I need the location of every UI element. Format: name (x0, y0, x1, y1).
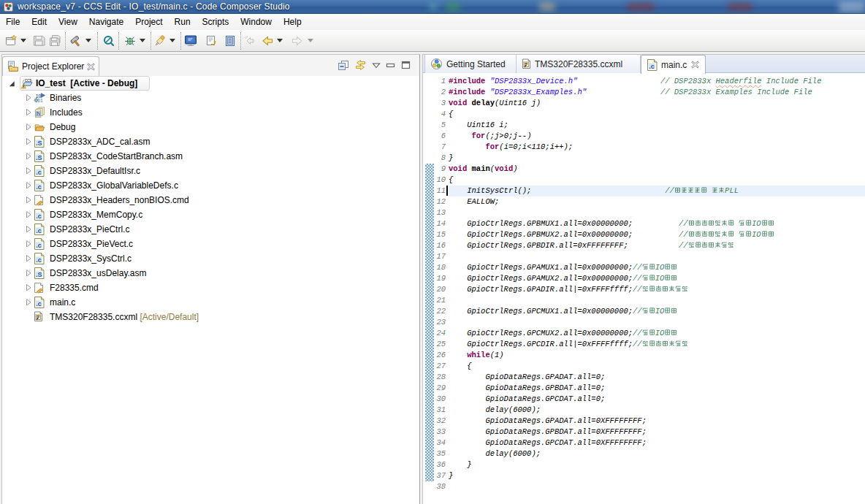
code-line-6[interactable]: 6 for(;j>0;j--) (423, 131, 865, 142)
editor-tab-getting-started[interactable]: Getting Started (424, 55, 517, 73)
collapsed-arrow-icon[interactable] (24, 269, 33, 278)
code-line-3[interactable]: 3void delay(Uint16 j) (423, 98, 865, 109)
code-line-19[interactable]: 19 GpioCtrlRegs.GPAMUX2.all=0x00000000;/… (423, 273, 865, 284)
debug-bug-dropdown[interactable] (140, 39, 145, 42)
code-line-4[interactable]: 4{ (423, 109, 865, 120)
tree-item-dsp2833x-sysctrl-c[interactable]: .cDSP2833x_SysCtrl.c (2, 251, 419, 266)
code-line-29[interactable]: 29 GpioDataRegs.GPBDAT.all=0; (423, 383, 865, 394)
new-file-button[interactable] (3, 33, 19, 49)
debug-bug-button[interactable] (122, 33, 138, 49)
build-hammer-button[interactable] (68, 33, 84, 49)
code-line-28[interactable]: 28 GpioDataRegs.GPADAT.all=0; (423, 372, 865, 383)
code-line-13[interactable]: 13 (423, 207, 865, 218)
expanded-arrow-icon[interactable] (7, 79, 16, 88)
tree-item-dsp2833x-pievect-c[interactable]: .cDSP2833x_PieVect.c (2, 237, 419, 251)
code-line-9[interactable]: 9void main(void) (423, 164, 865, 175)
code-line-15[interactable]: 15 GpioCtrlRegs.GPBMUX2.all=0x00000000; … (423, 229, 865, 240)
menu-edit[interactable]: Edit (26, 15, 53, 29)
code-line-12[interactable]: 12 EALLOW; (423, 196, 865, 207)
close-icon[interactable] (691, 61, 699, 69)
tab-project-explorer[interactable]: Project Explorer (2, 56, 99, 76)
collapsed-arrow-icon[interactable] (24, 283, 33, 292)
collapsed-arrow-icon[interactable] (24, 240, 33, 248)
code-line-5[interactable]: 5 Uint16 i; (423, 120, 865, 131)
console-button[interactable] (183, 33, 199, 49)
menu-file[interactable]: File (0, 15, 26, 29)
tree-item-dsp2833x-piectrl-c[interactable]: .cDSP2833x_PieCtrl.c (2, 222, 419, 237)
link-with-editor-button[interactable] (354, 59, 367, 71)
tree-item-main-c[interactable]: .cmain.c (2, 295, 419, 310)
code-line-34[interactable]: 34 GpioDataRegs.GPCDAT.all=0XFFFFFFFF; (423, 438, 865, 448)
code-line-20[interactable]: 20 GpioCtrlRegs.GPADIR.all|=0xFFFFffff;/… (423, 284, 865, 295)
code-line-33[interactable]: 33 GpioDataRegs.GPBDAT.all=0XFFFFFFFF; (423, 427, 865, 438)
forward-arrow-button[interactable] (289, 33, 306, 49)
tree-item-tms320f28335-ccxml[interactable]: TMS320F28335.ccxml [Active/Default] (2, 310, 419, 324)
code-line-10[interactable]: 10{ (423, 175, 865, 186)
back-arrow-dropdown[interactable] (277, 39, 283, 42)
collapsed-arrow-icon[interactable] (24, 152, 33, 161)
menu-scripts[interactable]: Scripts (197, 15, 235, 29)
menu-project[interactable]: Project (129, 15, 168, 29)
collapsed-arrow-icon[interactable] (24, 254, 33, 263)
code-line-11[interactable]: 11 InitSysCtrl(); // PLL (423, 186, 865, 196)
collapse-all-button[interactable] (338, 59, 349, 71)
code-line-27[interactable]: 27 { (423, 361, 865, 372)
menu-navigate[interactable]: Navigate (83, 15, 129, 29)
tree-item-dsp2833x-headers-nonbios-cmd[interactable]: DSP2833x_Headers_nonBIOS.cmd (2, 193, 419, 207)
save-button[interactable] (31, 33, 47, 49)
last-edit-location-button[interactable] (242, 33, 258, 49)
code-line-21[interactable]: 21 (423, 295, 865, 306)
code-line-18[interactable]: 18 GpioCtrlRegs.GPAMUX1.all=0x00000000;/… (423, 262, 865, 273)
code-line-30[interactable]: 30 GpioDataRegs.GPCDAT.all=0; (423, 394, 865, 405)
code-line-25[interactable]: 25 GpioCtrlRegs.GPCDIR.all|=0xFFFFffff;/… (423, 339, 865, 350)
code-line-14[interactable]: 14 GpioCtrlRegs.GPBMUX1.all=0x00000000; … (423, 218, 865, 229)
close-icon[interactable] (87, 63, 95, 71)
collapsed-arrow-icon[interactable] (24, 298, 33, 307)
flash-button[interactable] (152, 33, 168, 49)
code-line-31[interactable]: 31 delay(6000); (423, 405, 865, 416)
collapsed-arrow-icon[interactable] (24, 196, 33, 205)
code-line-35[interactable]: 35 delay(6000); (423, 448, 865, 459)
collapsed-arrow-icon[interactable] (24, 167, 33, 175)
memory-view-button[interactable] (222, 33, 238, 49)
code-line-38[interactable]: 38 (423, 481, 865, 492)
code-line-1[interactable]: 1#include "DSP2833x_Device.h" // DSP2833… (423, 76, 865, 87)
maximize-button[interactable] (401, 61, 411, 69)
build-hammer-dropdown[interactable] (85, 39, 91, 42)
code-line-37[interactable]: 37} (423, 470, 865, 481)
collapsed-arrow-icon[interactable] (24, 108, 33, 117)
code-line-26[interactable]: 26 while(1) (423, 350, 865, 361)
tree-item-dsp2833x-usdelay-asm[interactable]: .SDSP2833x_usDelay.asm (2, 266, 419, 280)
minimize-button[interactable] (386, 61, 396, 69)
code-line-17[interactable]: 17 (423, 251, 865, 262)
save-all-button[interactable] (47, 33, 63, 49)
tree-item-io-test[interactable]: CCSIO_test [Active - Debug] (2, 76, 419, 91)
tree-item-debug[interactable]: Debug (2, 120, 419, 134)
flash-dropdown[interactable] (169, 39, 175, 42)
tree-item-dsp2833x-defaultisr-c[interactable]: .cDSP2833x_DefaultIsr.c (2, 164, 419, 178)
target-config-load-button[interactable] (204, 33, 220, 49)
menu-view[interactable]: View (53, 15, 83, 29)
tree-item-dsp2833x-globalvariabledefs-c[interactable]: .cDSP2833x_GlobalVariableDefs.c (2, 178, 419, 193)
back-arrow-button[interactable] (259, 33, 275, 49)
code-line-36[interactable]: 36 } (423, 459, 865, 470)
collapsed-arrow-icon[interactable] (24, 210, 33, 219)
tree-item-includes[interactable]: hIncludes (2, 105, 419, 120)
tree-item-f28335-cmd[interactable]: F28335.cmd (2, 280, 419, 295)
code-line-22[interactable]: 22 GpioCtrlRegs.GPCMUX1.all=0x00000000;/… (423, 306, 865, 317)
debug-perspective-button[interactable] (101, 33, 117, 49)
collapsed-arrow-icon[interactable] (24, 123, 33, 131)
window-title-bar[interactable]: workspace_v7 - CCS Edit - IO_test/main.c… (0, 0, 865, 14)
editor-tab-main-c[interactable]: .cmain.c (641, 55, 706, 74)
collapsed-arrow-icon[interactable] (24, 181, 33, 190)
code-line-16[interactable]: 16 GpioCtrlRegs.GPBDIR.all=0xFFFFFFFF; /… (423, 240, 865, 251)
code-editor[interactable]: 1#include "DSP2833x_Device.h" // DSP2833… (423, 73, 865, 504)
tree-item-binaries[interactable]: 1001Binaries (2, 91, 419, 105)
code-line-32[interactable]: 32 GpioDataRegs.GPADAT.all=0XFFFFFFFF; (423, 416, 865, 427)
menu-run[interactable]: Run (169, 15, 197, 29)
tree-item-dsp2833x-memcopy-c[interactable]: .cDSP2833x_MemCopy.c (2, 207, 419, 222)
code-line-24[interactable]: 24 GpioCtrlRegs.GPCMUX2.all=0x00000000;/… (423, 328, 865, 339)
code-line-23[interactable]: 23 (423, 317, 865, 328)
tree-item-dsp2833x-adc-cal-asm[interactable]: .SDSP2833x_ADC_cal.asm (2, 134, 419, 149)
new-file-dropdown[interactable] (20, 39, 26, 42)
